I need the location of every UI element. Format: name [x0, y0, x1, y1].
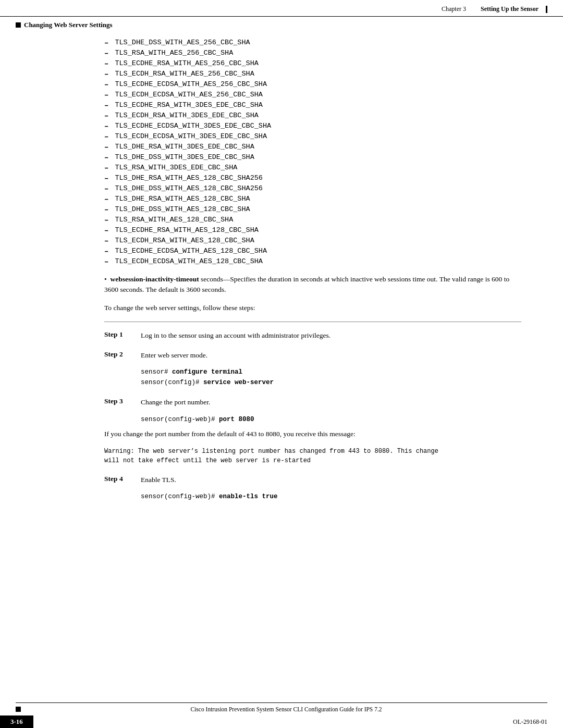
header-title: Setting Up the Sensor	[481, 5, 538, 13]
footer-bottom: 3-16 OL-29168-01	[0, 715, 563, 728]
bullet-dash-icon: –	[104, 174, 108, 182]
websession-bold: websession-inactivity-timeout	[110, 275, 199, 283]
list-item: –TLS_ECDHE_RSA_WITH_AES_128_CBC_SHA	[104, 226, 521, 235]
list-item: –TLS_ECDHE_RSA_WITH_3DES_EDE_CBC_SHA	[104, 101, 521, 109]
step-row: Step 4Enable TLS.	[104, 475, 521, 485]
cipher-name: TLS_DHE_DSS_WITH_AES_256_CBC_SHA	[115, 39, 250, 46]
websession-para: • websession-inactivity-timeout seconds—…	[104, 274, 521, 295]
step-block: Step 1Log in to the sensor using an acco…	[104, 330, 521, 341]
bullet-dash-icon: –	[104, 226, 108, 235]
list-item: –TLS_ECDH_RSA_WITH_3DES_EDE_CBC_SHA	[104, 112, 521, 120]
cipher-list: –TLS_DHE_DSS_WITH_AES_256_CBC_SHA–TLS_RS…	[104, 39, 521, 266]
bullet-dash-icon: –	[104, 39, 108, 47]
cipher-name: TLS_ECDHE_RSA_WITH_3DES_EDE_CBC_SHA	[115, 101, 263, 109]
cipher-name: TLS_RSA_WITH_3DES_EDE_CBC_SHA	[115, 164, 237, 171]
step-label: Step 4	[104, 475, 141, 483]
bullet-dash-icon: –	[104, 257, 108, 266]
cipher-name: TLS_ECDH_ECDSA_WITH_AES_256_CBC_SHA	[115, 91, 263, 98]
list-item: –TLS_ECDHE_RSA_WITH_AES_256_CBC_SHA	[104, 59, 521, 68]
code-block: sensor(config-web)# enable-tls true	[141, 491, 521, 502]
step-label: Step 1	[104, 330, 141, 339]
list-item: –TLS_ECDH_ECDSA_WITH_AES_128_CBC_SHA	[104, 257, 521, 266]
cipher-name: TLS_DHE_RSA_WITH_3DES_EDE_CBC_SHA	[115, 143, 254, 151]
main-content: –TLS_DHE_DSS_WITH_AES_256_CBC_SHA–TLS_RS…	[0, 33, 563, 522]
list-item: –TLS_DHE_DSS_WITH_3DES_EDE_CBC_SHA	[104, 153, 521, 162]
cipher-name: TLS_DHE_RSA_WITH_AES_128_CBC_SHA	[115, 195, 250, 203]
bullet-dash-icon: –	[104, 195, 108, 203]
step-block: Step 4Enable TLS.sensor(config-web)# ena…	[104, 475, 521, 502]
cipher-name: TLS_ECDH_ECDSA_WITH_3DES_EDE_CBC_SHA	[115, 132, 267, 140]
list-item: –TLS_ECDHE_ECDSA_WITH_AES_256_CBC_SHA	[104, 80, 521, 89]
bullet-dash-icon: –	[104, 247, 108, 255]
extra-para: If you change the port number from the d…	[104, 429, 521, 439]
step-content: Log in to the sensor using an account wi…	[141, 330, 521, 341]
bullet-dash-icon: –	[104, 59, 108, 68]
bullet-dash-icon: –	[104, 91, 108, 99]
bullet-dash-icon: –	[104, 80, 108, 89]
cipher-name: TLS_DHE_DSS_WITH_AES_128_CBC_SHA	[115, 205, 250, 213]
intro-para: To change the web server settings, follo…	[104, 303, 521, 313]
code-block: sensor# configure terminalsensor(config)…	[141, 367, 521, 388]
cipher-name: TLS_ECDHE_RSA_WITH_AES_256_CBC_SHA	[115, 59, 258, 67]
header-chapter: Chapter 3	[442, 5, 466, 13]
bullet-dash-icon: –	[104, 122, 108, 130]
list-item: –TLS_ECDH_RSA_WITH_AES_128_CBC_SHA	[104, 237, 521, 245]
list-item: –TLS_DHE_DSS_WITH_AES_128_CBC_SHA256	[104, 184, 521, 193]
cipher-name: TLS_ECDH_ECDSA_WITH_AES_128_CBC_SHA	[115, 257, 263, 265]
cipher-name: TLS_ECDHE_RSA_WITH_AES_128_CBC_SHA	[115, 226, 258, 234]
list-item: –TLS_DHE_RSA_WITH_3DES_EDE_CBC_SHA	[104, 143, 521, 151]
step-content: Enable TLS.	[141, 475, 521, 485]
page-footer: Cisco Intrusion Prevention System Sensor…	[0, 702, 563, 728]
step-row: Step 3Change the port number.	[104, 397, 521, 408]
cipher-name: TLS_DHE_DSS_WITH_3DES_EDE_CBC_SHA	[115, 153, 254, 161]
header-right: Chapter 3 Setting Up the Sensor	[442, 5, 547, 13]
cipher-name: TLS_ECDHE_ECDSA_WITH_AES_256_CBC_SHA	[115, 80, 267, 88]
cipher-name: TLS_ECDH_RSA_WITH_3DES_EDE_CBC_SHA	[115, 112, 258, 119]
sub-header-text: Changing Web Server Settings	[24, 21, 113, 29]
bullet-dash-icon: –	[104, 237, 108, 245]
code-block: sensor(config-web)# port 8080	[141, 414, 521, 425]
cipher-name: TLS_DHE_DSS_WITH_AES_128_CBC_SHA256	[115, 184, 263, 192]
bullet-dash-icon: –	[104, 101, 108, 109]
warning-text: Warning: The web server’s listening port…	[104, 447, 521, 465]
bullet-dot: •	[104, 275, 110, 283]
list-item: –TLS_RSA_WITH_AES_128_CBC_SHA	[104, 216, 521, 224]
cipher-name: TLS_RSA_WITH_AES_256_CBC_SHA	[115, 49, 233, 57]
header-bar-icon	[546, 6, 547, 13]
list-item: –TLS_ECDHE_ECDSA_WITH_3DES_EDE_CBC_SHA	[104, 122, 521, 130]
step-row: Step 2Enter web server mode.	[104, 350, 521, 361]
bullet-dash-icon: –	[104, 70, 108, 78]
bullet-dash-icon: –	[104, 164, 108, 172]
sub-header-icon	[16, 22, 21, 28]
list-item: –TLS_DHE_RSA_WITH_AES_128_CBC_SHA	[104, 195, 521, 203]
cipher-name: TLS_DHE_RSA_WITH_AES_128_CBC_SHA256	[115, 174, 263, 182]
bullet-dash-icon: –	[104, 216, 108, 224]
cipher-name: TLS_ECDH_RSA_WITH_AES_256_CBC_SHA	[115, 70, 254, 78]
step-block: Step 3Change the port number.sensor(conf…	[104, 397, 521, 465]
header-separator	[470, 5, 476, 13]
step-content: Enter web server mode.	[141, 350, 521, 361]
footer-content: Cisco Intrusion Prevention System Sensor…	[0, 703, 563, 715]
bullet-dash-icon: –	[104, 132, 108, 141]
list-item: –TLS_ECDH_ECDSA_WITH_3DES_EDE_CBC_SHA	[104, 132, 521, 141]
list-item: –TLS_RSA_WITH_3DES_EDE_CBC_SHA	[104, 164, 521, 172]
cipher-name: TLS_RSA_WITH_AES_128_CBC_SHA	[115, 216, 233, 224]
step-block: Step 2Enter web server mode.sensor# conf…	[104, 350, 521, 388]
cipher-name: TLS_ECDH_RSA_WITH_AES_128_CBC_SHA	[115, 237, 254, 244]
list-item: –TLS_DHE_DSS_WITH_AES_128_CBC_SHA	[104, 205, 521, 214]
divider	[104, 322, 521, 322]
bullet-dash-icon: –	[104, 205, 108, 214]
footer-page-num: 3-16	[0, 715, 33, 728]
bullet-dash-icon: –	[104, 143, 108, 151]
list-item: –TLS_ECDH_RSA_WITH_AES_256_CBC_SHA	[104, 70, 521, 78]
cipher-name: TLS_ECDHE_ECDSA_WITH_3DES_EDE_CBC_SHA	[115, 122, 271, 130]
bullet-dash-icon: –	[104, 49, 108, 57]
cipher-name: TLS_ECDHE_ECDSA_WITH_AES_128_CBC_SHA	[115, 247, 267, 255]
step-row: Step 1Log in to the sensor using an acco…	[104, 330, 521, 341]
footer-icon	[16, 707, 21, 712]
page-header: Chapter 3 Setting Up the Sensor	[0, 0, 563, 17]
bullet-dash-icon: –	[104, 112, 108, 120]
step-label: Step 2	[104, 350, 141, 359]
list-item: –TLS_ECDH_ECDSA_WITH_AES_256_CBC_SHA	[104, 91, 521, 99]
step-content: Change the port number.	[141, 397, 521, 408]
